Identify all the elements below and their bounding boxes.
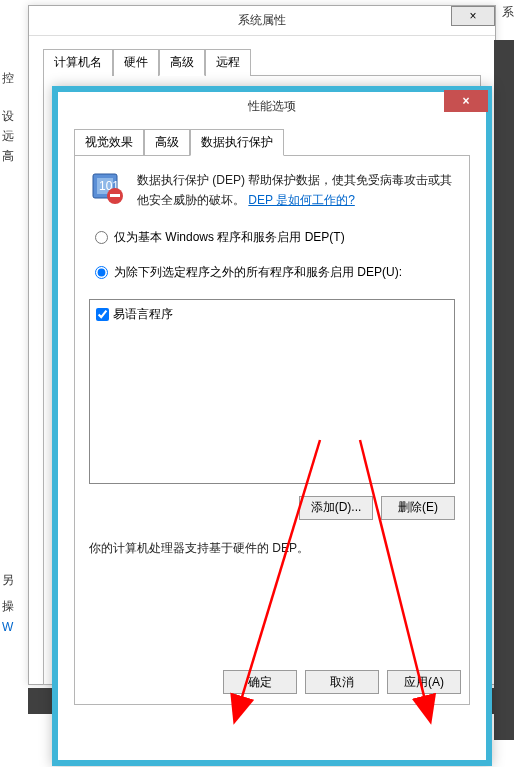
bg-text: 系 bbox=[502, 4, 514, 21]
tab-bar: 计算机名 硬件 高级 远程 bbox=[43, 48, 495, 75]
close-icon: × bbox=[469, 9, 476, 23]
list-item-label: 易语言程序 bbox=[113, 306, 173, 323]
bg-text: 另 bbox=[2, 572, 14, 589]
bg-text: 操 bbox=[2, 598, 14, 615]
add-button[interactable]: 添加(D)... bbox=[299, 496, 373, 520]
bg-text: 设 bbox=[2, 108, 14, 125]
bg-text: 远 bbox=[2, 128, 14, 145]
svg-rect-4 bbox=[110, 194, 120, 197]
apply-button[interactable]: 应用(A) bbox=[387, 670, 461, 694]
radio-all-except[interactable]: 为除下列选定程序之外的所有程序和服务启用 DEP(U): bbox=[95, 264, 455, 281]
bg-text: 高 bbox=[2, 148, 14, 165]
bg-text: W bbox=[2, 620, 13, 634]
tab-remote[interactable]: 远程 bbox=[205, 49, 251, 76]
ok-button[interactable]: 确定 bbox=[223, 670, 297, 694]
radio-label: 为除下列选定程序之外的所有程序和服务启用 DEP(U): bbox=[114, 264, 402, 281]
tab-content: 1010 数据执行保护 (DEP) 帮助保护数据，使其免受病毒攻击或其他安全威胁… bbox=[74, 155, 470, 705]
list-button-row: 添加(D)... 删除(E) bbox=[89, 496, 455, 520]
bg-strip bbox=[494, 40, 514, 740]
radio-label: 仅为基本 Windows 程序和服务启用 DEP(T) bbox=[114, 229, 345, 246]
radio-input[interactable] bbox=[95, 231, 108, 244]
window-title: 系统属性 bbox=[238, 12, 286, 29]
exception-listbox[interactable]: 易语言程序 bbox=[89, 299, 455, 484]
tab-visual-effects[interactable]: 视觉效果 bbox=[74, 129, 144, 156]
tab-bar: 视觉效果 高级 数据执行保护 bbox=[74, 128, 470, 155]
tab-dep[interactable]: 数据执行保护 bbox=[190, 129, 284, 156]
bg-text: 控 bbox=[2, 70, 14, 87]
window-title: 性能选项 bbox=[248, 98, 296, 115]
titlebar: 性能选项 × bbox=[58, 92, 486, 120]
cancel-button[interactable]: 取消 bbox=[305, 670, 379, 694]
dep-description-row: 1010 数据执行保护 (DEP) 帮助保护数据，使其免受病毒攻击或其他安全威胁… bbox=[89, 170, 455, 211]
titlebar: 系统属性 × bbox=[29, 6, 495, 36]
hardware-dep-note: 你的计算机处理器支持基于硬件的 DEP。 bbox=[89, 540, 455, 557]
tab-hardware[interactable]: 硬件 bbox=[113, 49, 159, 76]
dep-help-link[interactable]: DEP 是如何工作的? bbox=[248, 193, 354, 207]
dialog-button-row: 确定 取消 应用(A) bbox=[75, 670, 469, 694]
radio-essential-only[interactable]: 仅为基本 Windows 程序和服务启用 DEP(T) bbox=[95, 229, 455, 246]
list-item[interactable]: 易语言程序 bbox=[96, 306, 448, 323]
tab-advanced[interactable]: 高级 bbox=[144, 129, 190, 156]
tab-advanced[interactable]: 高级 bbox=[159, 49, 205, 76]
checkbox[interactable] bbox=[96, 308, 109, 321]
window-body: 视觉效果 高级 数据执行保护 1010 数据执行保护 (DEP) 帮助保护数据，… bbox=[58, 120, 486, 721]
shield-chip-icon: 1010 bbox=[89, 170, 125, 206]
radio-input[interactable] bbox=[95, 266, 108, 279]
close-button[interactable]: × bbox=[451, 6, 495, 26]
remove-button[interactable]: 删除(E) bbox=[381, 496, 455, 520]
close-button[interactable]: × bbox=[444, 90, 488, 112]
close-icon: × bbox=[462, 94, 469, 108]
tab-computer-name[interactable]: 计算机名 bbox=[43, 49, 113, 76]
performance-options-window: 性能选项 × 视觉效果 高级 数据执行保护 1010 bbox=[52, 86, 492, 766]
dep-description: 数据执行保护 (DEP) 帮助保护数据，使其免受病毒攻击或其他安全威胁的破坏。 … bbox=[137, 170, 455, 211]
